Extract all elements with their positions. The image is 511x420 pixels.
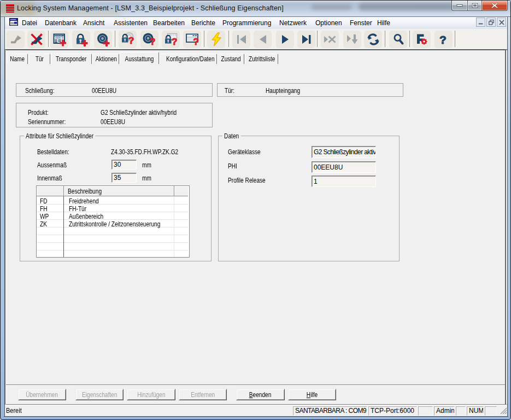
svg-text:?: ?: [150, 37, 155, 47]
svg-text:?: ?: [172, 37, 177, 47]
svg-text:?: ?: [193, 37, 198, 46]
svg-text:?: ?: [439, 33, 447, 45]
svg-text:?: ?: [128, 36, 134, 46]
